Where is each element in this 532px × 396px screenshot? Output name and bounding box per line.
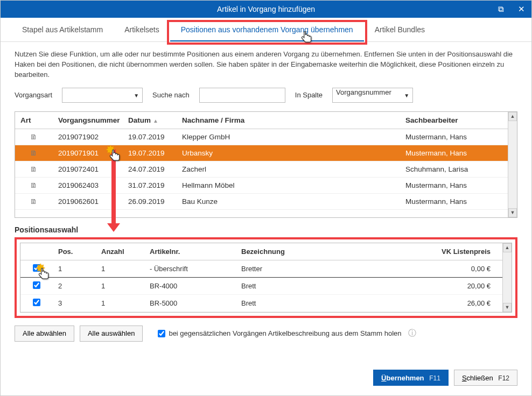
- scrollbar[interactable]: ▲ ▼: [502, 243, 512, 312]
- col-header[interactable]: Nachname / Firma: [177, 112, 400, 129]
- close-button[interactable]: Schließen F12: [454, 370, 517, 386]
- document-icon: 🗎: [30, 197, 38, 206]
- chevron-down-icon: ▼: [134, 92, 139, 98]
- section-title: Positionsauswahl: [15, 225, 517, 234]
- row-checkbox[interactable]: [33, 299, 40, 306]
- search-input[interactable]: [199, 88, 285, 103]
- description-text: Nutzen Sie diese Funktion, um alle oder …: [15, 49, 517, 80]
- apply-button[interactable]: Übernehmen F11: [373, 370, 449, 386]
- tab-2[interactable]: Positionen aus vorhandenem Vorgang übern…: [170, 18, 364, 41]
- spalte-select[interactable]: Vorgangsnummer ▼: [332, 88, 413, 103]
- col-header[interactable]: Artikelnr.: [144, 243, 236, 260]
- tab-bar: Stapel aus ArtikelstammArtikelsetsPositi…: [1, 18, 531, 42]
- suche-label: Suche nach: [152, 91, 190, 99]
- table-row[interactable]: 🗎201907190219.07.2019Klepper GmbHMusterm…: [15, 129, 517, 145]
- vorgangsart-label: Vorgangsart: [15, 91, 52, 99]
- table-row[interactable]: 21BR-4000Brett20,00 €: [20, 277, 512, 294]
- document-icon: 🗎: [30, 165, 38, 173]
- dialog-footer: Übernehmen F11 Schließen F12: [1, 360, 531, 395]
- row-checkbox[interactable]: [33, 281, 40, 289]
- col-header[interactable]: Datum▲: [123, 112, 177, 129]
- info-icon[interactable]: ⓘ: [408, 328, 416, 338]
- table-row[interactable]: 🗎201907190119.07.2019UrbanskyMustermann,…: [15, 145, 517, 161]
- col-header[interactable]: Anzahl: [96, 243, 144, 260]
- vorgangsart-select[interactable]: ▼: [62, 88, 143, 103]
- popout-icon[interactable]: ⧉: [491, 1, 511, 18]
- option-checkbox-label[interactable]: bei gegensätzlichen Vorgängen Artikelbes…: [158, 328, 416, 338]
- scroll-down-icon[interactable]: ▼: [508, 208, 517, 217]
- col-header[interactable]: VK Listenpreis: [416, 243, 502, 260]
- scroll-up-icon[interactable]: ▲: [508, 112, 517, 121]
- col-header[interactable]: Pos.: [53, 243, 96, 260]
- table-row[interactable]: 11- ÜberschriftBretter0,00 €: [20, 260, 512, 277]
- filter-row: Vorgangsart ▼ Suche nach In Spalte Vorga…: [15, 88, 517, 103]
- spalte-label: In Spalte: [295, 91, 323, 99]
- col-header[interactable]: [20, 243, 53, 260]
- scrollbar[interactable]: ▲ ▼: [508, 112, 517, 217]
- tab-1[interactable]: Artikelsets: [114, 18, 170, 41]
- dialog-title: Artikel in Vorgang hinzufügen: [217, 5, 315, 13]
- col-header[interactable]: Sachbearbeiter: [400, 112, 508, 129]
- tab-0[interactable]: Stapel aus Artikelstamm: [11, 18, 114, 41]
- scroll-down-icon[interactable]: ▼: [503, 303, 512, 312]
- document-icon: 🗎: [30, 133, 38, 141]
- option-checkbox[interactable]: [158, 330, 165, 337]
- col-header[interactable]: Bezeichnung: [236, 243, 416, 260]
- document-icon: 🗎: [30, 181, 38, 189]
- col-header[interactable]: Vorgangsnummer: [53, 112, 123, 129]
- tab-3[interactable]: Artikel Bundles: [364, 18, 436, 41]
- table-row[interactable]: 🗎201906260126.09.2019Bau KunzeMustermann…: [15, 193, 517, 209]
- titlebar: Artikel in Vorgang hinzufügen ⧉ ✕: [1, 1, 531, 18]
- vorgang-table: ArtVorgangsnummerDatum▲Nachname / FirmaS…: [15, 111, 517, 218]
- deselect-all-button[interactable]: Alle abwählen: [15, 326, 74, 342]
- table-row[interactable]: 31BR-5000Brett26,00 €: [20, 294, 512, 312]
- close-icon[interactable]: ✕: [511, 1, 531, 18]
- position-selection-area: Pos.AnzahlArtikelnr.BezeichnungVK Listen…: [15, 237, 517, 318]
- scroll-up-icon[interactable]: ▲: [503, 243, 512, 252]
- col-header[interactable]: Art: [15, 112, 53, 129]
- table-row[interactable]: 🗎201906240331.07.2019Hellmann MöbelMuste…: [15, 177, 517, 193]
- document-icon: 🗎: [30, 149, 38, 157]
- table-row[interactable]: 🗎201907240124.07.2019ZacherlSchuhmann, L…: [15, 161, 517, 177]
- row-checkbox[interactable]: [33, 264, 40, 272]
- select-all-button[interactable]: Alle auswählen: [80, 326, 143, 342]
- dialog-window: Artikel in Vorgang hinzufügen ⧉ ✕ Stapel…: [0, 0, 532, 396]
- chevron-down-icon: ▼: [404, 92, 409, 98]
